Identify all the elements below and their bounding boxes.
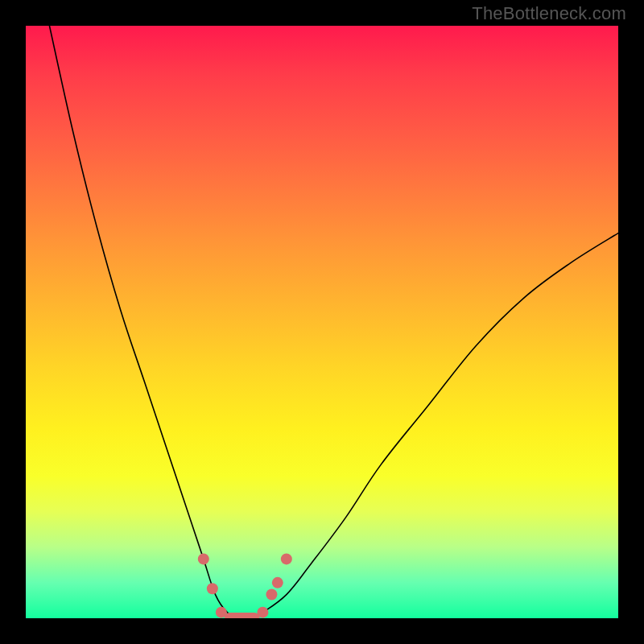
curve-marker bbox=[281, 553, 292, 564]
bottleneck-curve-svg bbox=[26, 26, 618, 618]
curve-marker bbox=[198, 553, 209, 564]
curve-marker bbox=[266, 589, 277, 601]
bottleneck-curve bbox=[49, 26, 618, 618]
watermark-text: TheBottleneck.com bbox=[472, 3, 626, 24]
marker-group bbox=[198, 553, 292, 618]
curve-marker bbox=[207, 583, 218, 594]
curve-marker bbox=[272, 577, 283, 588]
curve-bottom-bar bbox=[225, 613, 260, 618]
plot-area bbox=[26, 26, 618, 618]
chart-frame: TheBottleneck.com bbox=[0, 0, 644, 644]
